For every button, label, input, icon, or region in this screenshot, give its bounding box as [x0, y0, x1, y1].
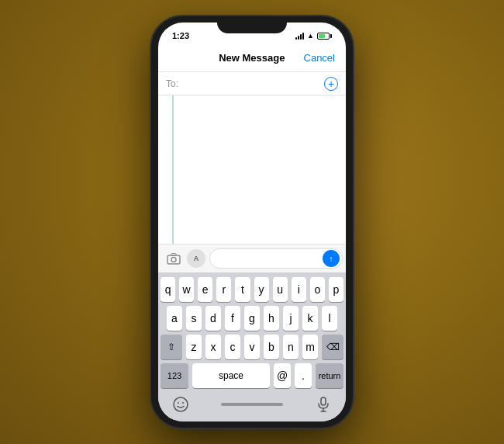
add-recipient-button[interactable]: + — [324, 77, 338, 91]
svg-point-1 — [171, 258, 176, 262]
key-q[interactable]: q — [161, 277, 175, 302]
key-i[interactable]: i — [292, 277, 306, 302]
home-indicator — [221, 403, 283, 406]
key-p[interactable]: p — [329, 277, 343, 302]
send-icon: ↑ — [329, 254, 333, 263]
key-j[interactable]: j — [283, 306, 299, 331]
key-g[interactable]: g — [244, 306, 260, 331]
signal-icon — [295, 32, 304, 40]
app-store-button[interactable]: A — [187, 249, 205, 268]
message-input-bar: A ↑ — [158, 244, 346, 272]
key-a[interactable]: a — [167, 306, 182, 331]
key-d[interactable]: d — [205, 306, 221, 331]
backspace-key[interactable]: ⌫ — [322, 335, 343, 359]
key-v[interactable]: v — [244, 335, 260, 359]
at-key[interactable]: @ — [274, 363, 291, 388]
notch — [217, 16, 287, 33]
wifi-icon: ▲ — [307, 32, 314, 40]
send-button[interactable]: ↑ — [323, 250, 340, 267]
mic-button[interactable] — [314, 395, 333, 414]
battery-icon — [317, 33, 332, 40]
space-key[interactable]: space — [192, 363, 270, 388]
key-c[interactable]: c — [225, 335, 240, 359]
svg-rect-6 — [321, 397, 326, 405]
key-n[interactable]: n — [283, 335, 299, 359]
svg-point-4 — [178, 402, 179, 404]
key-u[interactable]: u — [273, 277, 288, 302]
keyboard: q w e r t y u i o p a s d f g h j k — [158, 272, 346, 421]
key-t[interactable]: t — [235, 277, 250, 302]
key-f[interactable]: f — [225, 306, 240, 331]
key-m[interactable]: m — [302, 335, 318, 359]
key-s[interactable]: s — [186, 306, 202, 331]
key-w[interactable]: w — [179, 277, 194, 302]
keyboard-row-1: q w e r t y u i o p — [161, 277, 343, 302]
phone-screen: 1:23 ▲ New Message Cancel To — [158, 23, 346, 421]
key-l[interactable]: l — [322, 306, 337, 331]
message-area[interactable] — [158, 95, 346, 244]
numbers-key[interactable]: 123 — [161, 363, 188, 388]
key-k[interactable]: k — [302, 306, 318, 331]
phone-device: 1:23 ▲ New Message Cancel To — [151, 16, 353, 428]
svg-rect-2 — [171, 254, 176, 256]
status-time: 1:23 — [172, 31, 189, 40]
key-r[interactable]: r — [216, 277, 231, 302]
to-label: To: — [166, 78, 178, 89]
keyboard-row-4: 123 space @ . return — [161, 363, 343, 388]
keyboard-row-2: a s d f g h j k l — [161, 306, 343, 331]
key-z[interactable]: z — [186, 335, 202, 359]
svg-point-5 — [182, 402, 184, 404]
to-field[interactable]: To: + — [158, 72, 346, 95]
svg-point-3 — [174, 397, 188, 411]
key-b[interactable]: b — [264, 335, 279, 359]
cancel-button[interactable]: Cancel — [304, 52, 335, 64]
key-e[interactable]: e — [198, 277, 212, 302]
key-o[interactable]: o — [310, 277, 325, 302]
svg-rect-0 — [167, 255, 180, 264]
key-x[interactable]: x — [205, 335, 221, 359]
key-h[interactable]: h — [264, 306, 279, 331]
return-key[interactable]: return — [316, 363, 343, 388]
camera-button[interactable] — [164, 249, 183, 268]
text-input-wrapper: ↑ — [209, 248, 340, 269]
key-y[interactable]: y — [254, 277, 269, 302]
emoji-button[interactable] — [171, 395, 190, 414]
green-line-artifact — [172, 95, 174, 244]
keyboard-bottom-bar — [161, 392, 343, 420]
period-key[interactable]: . — [295, 363, 312, 388]
status-icons: ▲ — [295, 32, 332, 40]
nav-bar: New Message Cancel — [158, 44, 346, 72]
shift-key[interactable]: ⇧ — [161, 335, 182, 359]
nav-title: New Message — [219, 52, 285, 64]
keyboard-row-3: ⇧ z x c v b n m ⌫ — [161, 335, 343, 359]
